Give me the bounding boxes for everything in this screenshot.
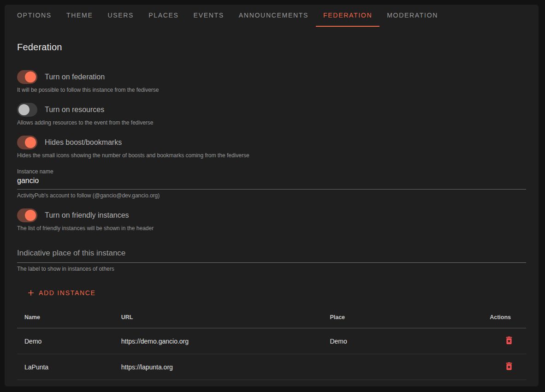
cell-place: Demo [322,328,455,354]
table-row: LaPunta https://lapunta.org [17,354,526,380]
tab-federation[interactable]: FEDERATION [316,5,379,27]
instance-name-input[interactable] [17,175,526,190]
cell-name: LaPunta [17,354,114,380]
toggle-knob [25,71,36,83]
col-header-name: Name [17,307,114,328]
setting-boost: Hides boost/bookmarks Hides the small ic… [17,136,526,159]
cell-url: https://lapunta.org [114,354,323,380]
cell-url: https://gancio.cisti.org [114,380,323,387]
delete-instance-button[interactable] [504,361,514,371]
cell-place: Torino [322,380,455,387]
federation-toggle-hint: It will be possible to follow this insta… [17,87,526,93]
cell-url: https://demo.gancio.org [114,328,323,354]
friendly-toggle[interactable] [17,208,37,222]
table-header-row: Name URL Place Actions [17,307,526,328]
tab-places[interactable]: PLACES [141,5,186,27]
boost-toggle-hint: Hides the small icons showing the number… [17,152,526,159]
toggle-knob [25,137,36,148]
resources-toggle-label: Turn on resources [45,106,104,114]
friendly-toggle-label: Turn on friendly instances [45,211,129,220]
resources-toggle-hint: Allows adding resources to the event fro… [17,119,526,126]
instance-place-field: The label to show in instances of others [17,246,526,272]
tab-moderation[interactable]: MODERATION [379,5,445,27]
add-instance-label: ADD INSTANCE [39,289,96,297]
friendly-toggle-hint: The list of friendly instances will be s… [17,225,526,232]
instances-table: Name URL Place Actions Demo https://demo… [17,307,526,386]
col-header-actions: Actions [455,307,526,328]
trash-icon [504,366,514,373]
instance-name-hint: ActivityPub's account to follow (@gancio… [17,192,526,199]
tab-options[interactable]: OPTIONS [10,5,59,27]
federation-toggle-label: Turn on federation [45,73,105,81]
instance-name-label: Instance name [17,168,526,175]
tab-users[interactable]: USERS [100,5,141,27]
tab-events[interactable]: EVENTS [186,5,231,27]
setting-friendly: Turn on friendly instances The list of f… [17,208,526,232]
col-header-place: Place [322,307,455,328]
delete-instance-button[interactable] [504,335,514,345]
tab-announcements[interactable]: ANNOUNCEMENTS [231,5,316,27]
instance-name-field: Instance name ActivityPub's account to f… [17,168,526,199]
admin-tabbar: OPTIONS THEME USERS PLACES EVENTS ANNOUN… [5,5,539,27]
federation-settings-panel: Federation Turn on federation It will be… [5,27,539,386]
cell-name: Gancio [17,380,114,387]
cell-place [322,354,455,380]
add-instance-button[interactable]: ADD INSTANCE [22,285,101,301]
boost-toggle-label: Hides boost/bookmarks [45,138,122,147]
resources-toggle[interactable] [17,103,37,117]
tab-theme[interactable]: THEME [59,5,101,27]
instance-place-hint: The label to show in instances of others [17,266,526,272]
table-row: Gancio https://gancio.cisti.org Torino [17,380,526,387]
col-header-url: URL [114,307,323,328]
plus-icon [26,288,36,297]
admin-panel-card: OPTIONS THEME USERS PLACES EVENTS ANNOUN… [5,5,539,386]
page-title: Federation [17,42,526,53]
toggle-knob [25,210,36,221]
trash-icon [504,340,514,347]
setting-resources: Turn on resources Allows adding resource… [17,103,526,126]
setting-federation: Turn on federation It will be possible t… [17,70,526,93]
federation-toggle[interactable] [17,70,37,84]
instance-place-input[interactable] [17,246,526,263]
table-row: Demo https://demo.gancio.org Demo [17,328,526,354]
boost-toggle[interactable] [17,136,37,149]
cell-name: Demo [17,328,114,354]
toggle-knob [18,104,30,115]
